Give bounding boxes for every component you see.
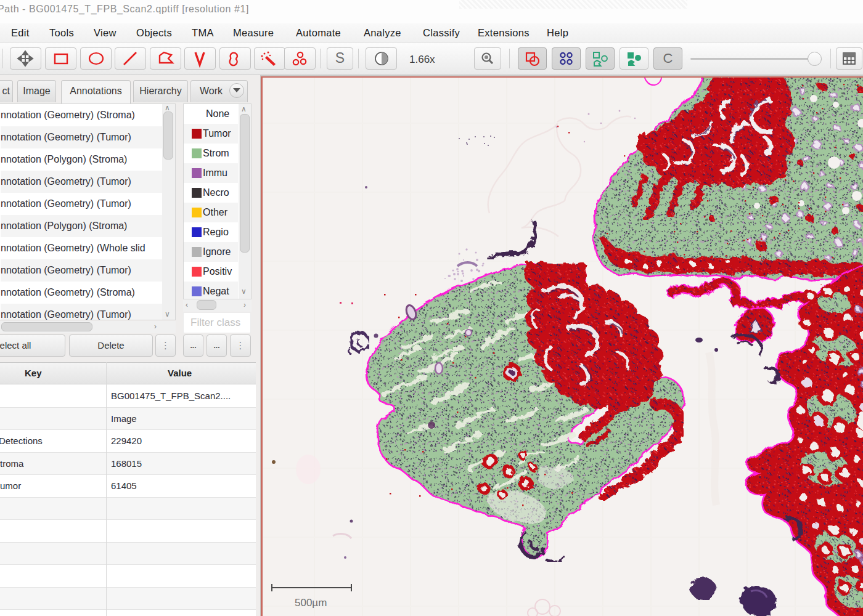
svg-text:500µm: 500µm [295, 597, 327, 609]
